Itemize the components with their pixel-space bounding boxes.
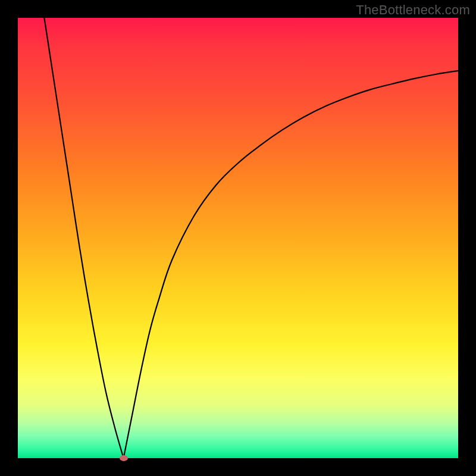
curve-right-branch [124,71,458,458]
watermark-text: TheBottleneck.com [356,2,470,18]
chart-frame: TheBottleneck.com [0,0,476,476]
curve-left-branch [44,18,123,458]
curve-svg [18,18,458,458]
plot-area [18,18,458,458]
minimum-marker [120,455,128,461]
